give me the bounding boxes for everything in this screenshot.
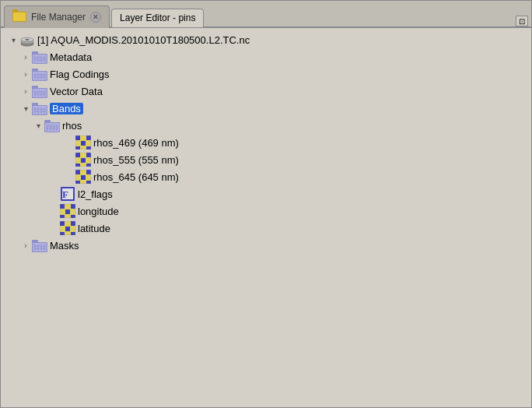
svg-rect-54	[81, 135, 86, 140]
tab-bar: File Manager ✕ Layer Editor - pins ⊡	[1, 1, 531, 28]
masks-label: Masks	[50, 240, 79, 251]
svg-rect-75	[75, 170, 80, 174]
svg-rect-64	[75, 153, 80, 157]
svg-point-6	[25, 39, 29, 40]
root-chevron[interactable]	[7, 33, 19, 46]
svg-rect-96	[65, 215, 70, 218]
tab-bar-right: ⊡	[205, 9, 528, 26]
svg-rect-83	[86, 181, 91, 184]
rhos-label: rhos	[62, 120, 82, 132]
svg-rect-67	[75, 158, 80, 163]
flagcodings-chevron[interactable]	[19, 68, 32, 80]
svg-rect-8	[32, 51, 38, 55]
main-window: File Manager ✕ Layer Editor - pins ⊡	[0, 0, 532, 408]
bands-chevron[interactable]	[19, 102, 32, 114]
svg-rect-78	[75, 175, 80, 180]
svg-rect-69	[86, 158, 91, 163]
tree-root[interactable]: [1] AQUA_MODIS.20101010T180500.L2.TC.nc	[1, 31, 531, 48]
svg-rect-106	[60, 232, 65, 235]
l2flags-flag-icon: F	[60, 186, 75, 202]
tree-item-bands[interactable]: Bands	[1, 100, 531, 117]
svg-rect-71	[81, 164, 86, 167]
flagcodings-folder-icon	[32, 66, 47, 82]
svg-rect-61	[86, 146, 91, 149]
window-restore-button[interactable]: ⊡	[516, 16, 528, 26]
svg-rect-94	[71, 209, 75, 214]
svg-rect-72	[86, 164, 91, 167]
svg-rect-35	[32, 103, 38, 106]
vectordata-label: Vector Data	[50, 86, 103, 97]
tree-item-longitude[interactable]: longitude	[1, 202, 531, 220]
tab-close-button[interactable]: ✕	[90, 12, 101, 23]
rhos645-chevron	[63, 171, 75, 183]
latitude-label: latitude	[78, 223, 110, 234]
l2flags-chevron	[47, 188, 60, 200]
masks-folder-icon	[32, 237, 47, 253]
svg-rect-66	[86, 153, 91, 157]
bands-folder-icon	[32, 100, 47, 116]
metadata-chevron[interactable]	[19, 51, 32, 63]
tree-item-latitude[interactable]: latitude	[1, 220, 531, 237]
svg-rect-81	[75, 181, 80, 184]
longitude-band-icon	[60, 203, 75, 219]
longitude-label: longitude	[78, 206, 119, 217]
file-manager-icon	[12, 9, 26, 24]
vectordata-chevron[interactable]	[19, 85, 32, 97]
metadata-label: Metadata	[50, 51, 92, 63]
root-icon	[19, 32, 35, 47]
svg-rect-104	[65, 227, 70, 231]
tab-layer-editor[interactable]: Layer Editor - pins	[111, 9, 204, 27]
rhos469-chevron	[63, 136, 75, 149]
tab-file-manager[interactable]: File Manager ✕	[4, 5, 110, 28]
rhos645-label: rhos_645 (645 nm)	[93, 171, 179, 183]
svg-rect-59	[75, 146, 80, 149]
svg-rect-93	[65, 209, 70, 214]
tree-item-vectordata[interactable]: Vector Data	[1, 83, 531, 100]
svg-rect-90	[65, 204, 70, 209]
svg-rect-79	[81, 175, 86, 180]
tree-item-rhos[interactable]: rhos	[1, 117, 531, 134]
svg-rect-103	[60, 227, 65, 231]
svg-rect-105	[71, 227, 75, 231]
root-label: [1] AQUA_MODIS.20101010T180500.L2.TC.nc	[37, 34, 250, 46]
rhos555-chevron	[63, 153, 75, 166]
tree-item-rhos645[interactable]: rhos_645 (645 nm)	[1, 168, 531, 185]
latitude-chevron	[47, 222, 60, 234]
flagcodings-label: Flag Codings	[50, 69, 110, 80]
svg-rect-82	[81, 181, 86, 184]
tree-item-metadata[interactable]: Metadata	[1, 48, 531, 65]
tree-item-rhos469[interactable]: rhos_469 (469 nm)	[1, 134, 531, 151]
svg-rect-76	[81, 170, 86, 174]
tab-file-manager-label: File Manager	[31, 12, 86, 23]
svg-rect-60	[81, 146, 86, 149]
svg-rect-91	[71, 204, 75, 209]
svg-rect-65	[81, 153, 86, 157]
svg-rect-58	[86, 141, 91, 146]
masks-chevron[interactable]	[19, 239, 32, 251]
rhos-chevron[interactable]	[32, 119, 44, 132]
svg-rect-89	[60, 204, 65, 209]
svg-text:F: F	[62, 188, 68, 200]
tree-item-l2flags[interactable]: F l2_flags	[1, 185, 531, 202]
rhos469-label: rhos_469 (469 nm)	[93, 137, 179, 149]
svg-rect-56	[75, 141, 80, 146]
svg-rect-100	[60, 221, 65, 226]
rhos-folder-icon	[44, 118, 60, 133]
svg-rect-68	[81, 158, 86, 163]
tree-item-rhos555[interactable]: rhos_555 (555 nm)	[1, 151, 531, 168]
tree-item-flagcodings[interactable]: Flag Codings	[1, 65, 531, 83]
metadata-folder-icon	[32, 49, 47, 65]
svg-rect-92	[60, 209, 65, 214]
tree-item-masks[interactable]: Masks	[1, 237, 531, 254]
rhos469-band-icon	[75, 135, 91, 150]
svg-rect-17	[32, 69, 38, 72]
svg-rect-102	[71, 221, 75, 226]
svg-rect-44	[44, 120, 51, 123]
svg-rect-111	[32, 240, 38, 243]
vectordata-folder-icon	[32, 83, 47, 99]
svg-rect-108	[71, 232, 75, 235]
svg-rect-95	[60, 215, 65, 218]
svg-rect-70	[75, 164, 80, 167]
svg-rect-55	[86, 135, 91, 140]
l2flags-label: l2_flags	[78, 188, 113, 200]
